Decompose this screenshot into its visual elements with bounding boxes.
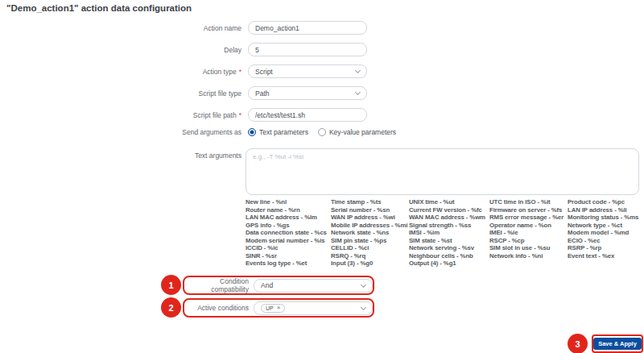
hint-item: Event text - %ex — [568, 252, 638, 260]
send-arguments-row: Send arguments as Text parameters Key-va… — [0, 126, 644, 139]
hint-item: UNIX time - %ut — [409, 198, 489, 206]
text-arguments-textarea[interactable] — [246, 148, 639, 195]
delay-input[interactable] — [248, 43, 367, 56]
radio-option-label: Key-value parameters — [329, 128, 396, 136]
hint-item: WAN IP address - %wi — [331, 214, 409, 222]
hint-item: GPS info - %gs — [246, 222, 331, 230]
chevron-down-icon — [361, 304, 366, 309]
delay-label: Delay — [0, 46, 242, 54]
hint-item: Time stamp - %ts — [331, 198, 409, 206]
hint-item: CELLID - %ci — [331, 244, 409, 252]
hint-column: Time stamp - %tsSerial number - %snWAN I… — [331, 198, 409, 268]
hint-column: UNIX time - %utCurrent FW version - %fcW… — [409, 198, 489, 268]
condition-compatibility-select[interactable]: And — [254, 279, 373, 293]
hint-item: SINR - %sr — [246, 252, 331, 260]
hint-item: IMEI - %ie — [489, 229, 568, 237]
hint-item: Router name - %rn — [246, 206, 331, 214]
hint-item: Neighbour cells - %nb — [409, 252, 489, 260]
text-arguments-label: Text arguments — [0, 152, 242, 160]
action-type-select[interactable]: Script — [248, 64, 367, 78]
radio-selected-icon[interactable] — [248, 128, 256, 136]
script-file-type-label: Script file type — [0, 89, 242, 98]
chevron-down-icon — [361, 281, 366, 287]
hint-item: New line - %nl — [246, 198, 331, 206]
hint-item: ICCID - %ic — [246, 244, 331, 252]
action-type-row: Action type* Script — [0, 60, 644, 82]
radio-unselected-icon[interactable] — [318, 128, 326, 136]
chip-label: UP — [266, 305, 274, 311]
active-conditions-label: Active conditions — [184, 304, 249, 312]
page-title: "Demo_action1" action data configuration — [6, 3, 192, 13]
hint-item: Network type - %ct — [568, 222, 638, 230]
hint-item: Product code - %pc — [568, 198, 638, 206]
hint-column: New line - %nlRouter name - %rnLAN MAC a… — [246, 198, 331, 268]
hint-item: RSRQ - %rq — [331, 252, 409, 260]
hint-item: Network state - %ns — [331, 229, 409, 237]
hint-item: SIM state - %st — [409, 237, 489, 245]
form-rows: Action name Delay Action type* Script Sc… — [0, 17, 644, 139]
chevron-down-icon — [355, 89, 361, 95]
hint-column: UTC time in ISO - %itFirmware on server … — [489, 198, 568, 268]
hint-item: Modem serial number - %is — [246, 237, 331, 245]
script-file-type-value: Path — [255, 89, 270, 98]
script-file-path-label-text: Script file path — [193, 111, 237, 119]
parameter-hints: New line - %nlRouter name - %rnLAN MAC a… — [246, 198, 642, 268]
action-configuration-page: "Demo_action1" action data configuration… — [0, 0, 644, 353]
condition-compatibility-value: And — [261, 281, 273, 289]
active-condition-chip: UP × — [261, 304, 285, 313]
chevron-down-icon — [355, 68, 361, 73]
action-type-label-text: Action type — [203, 68, 237, 76]
hint-item: RSCP - %cp — [489, 237, 568, 245]
script-file-path-label: Script file path* — [0, 111, 242, 119]
hint-item: WAN MAC address - %wm — [409, 214, 489, 222]
action-type-label: Action type* — [0, 68, 242, 76]
condition-compatibility-label: Condition compatibility — [184, 277, 249, 293]
hint-item: LAN IP address - %li — [568, 206, 638, 214]
annotation-step-1: 1 — [161, 275, 181, 295]
active-conditions-callout: Active conditions UP × — [183, 298, 374, 318]
hint-item: IMSI - %im — [409, 229, 489, 237]
hint-item: Firmware on server - %fs — [489, 206, 568, 214]
radio-option-label: Text parameters — [259, 128, 308, 136]
condition-compatibility-callout: Condition compatibility And — [183, 276, 374, 295]
hint-item: RMS error message - %er — [489, 214, 568, 222]
hint-item: Events log type - %et — [246, 260, 331, 268]
action-type-value: Script — [255, 68, 273, 76]
hint-item: SIM pin state - %ps — [331, 237, 409, 245]
hint-item: RSRP - %rp — [568, 244, 638, 252]
hint-item: Current FW version - %fc — [409, 206, 489, 214]
hint-item: Network serving - %sv — [409, 244, 489, 252]
save-apply-callout: Save & Apply — [592, 334, 643, 353]
annotation-step-3: 3 — [568, 334, 588, 353]
radio-option-key-value-parameters[interactable]: Key-value parameters — [318, 128, 396, 136]
hint-item: Serial number - %sn — [331, 206, 409, 214]
save-apply-button[interactable]: Save & Apply — [593, 338, 642, 350]
hint-column: Product code - %pcLAN IP address - %liMo… — [568, 198, 638, 268]
hint-item: LAN MAC address - %lm — [246, 214, 331, 222]
action-name-row: Action name — [0, 17, 644, 39]
remove-icon[interactable]: × — [277, 305, 281, 311]
hint-item: Network info - %ni — [489, 252, 568, 260]
hint-item: Mobile IP addresses - %mi — [331, 222, 409, 230]
action-name-input[interactable] — [248, 21, 367, 35]
script-file-path-row: Script file path* — [0, 104, 644, 126]
required-asterisk: * — [239, 111, 242, 119]
hint-item: Monitoring status - %ms — [568, 214, 638, 222]
required-asterisk: * — [239, 68, 242, 76]
hint-item: Input (3) - %g0 — [331, 260, 409, 268]
active-conditions-select[interactable]: UP × — [254, 301, 373, 315]
delay-row: Delay — [0, 39, 644, 60]
hint-item: Data connection state - %cs — [246, 229, 331, 237]
send-arguments-label: Send arguments as — [0, 128, 242, 136]
script-file-path-input[interactable] — [248, 108, 367, 122]
hint-item: ECIO - %ec — [568, 237, 638, 245]
action-name-label: Action name — [0, 24, 242, 32]
hint-item: UTC time in ISO - %it — [489, 198, 568, 206]
hint-item: Modem model - %md — [568, 229, 638, 237]
hint-item: Signal strength - %ss — [409, 222, 489, 230]
script-file-type-select[interactable]: Path — [248, 86, 367, 100]
script-file-type-row: Script file type Path — [0, 82, 644, 104]
radio-option-text-parameters[interactable]: Text parameters — [248, 128, 308, 136]
annotation-step-2: 2 — [161, 297, 181, 318]
hint-item: Operator name - %on — [489, 222, 568, 230]
